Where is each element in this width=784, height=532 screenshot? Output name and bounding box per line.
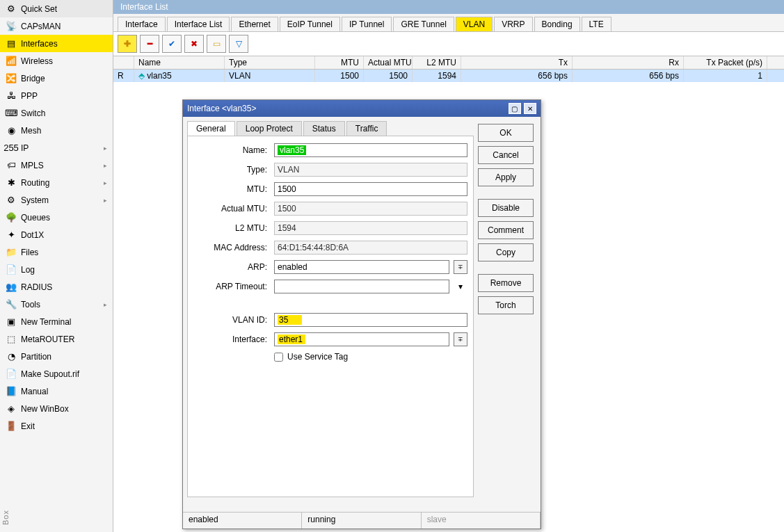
copy-button[interactable]: Copy — [478, 243, 534, 261]
sidebar-item-capsman[interactable]: 📡 CAPsMAN — [0, 17, 113, 35]
col-l2-mtu[interactable]: L2 MTU — [413, 56, 461, 69]
service-tag-checkbox[interactable] — [274, 353, 283, 362]
sidebar-item-partition[interactable]: ◔ Partition — [0, 348, 113, 365]
vlan-icon: ⬘ — [138, 71, 145, 81]
sidebar-icon: 🏷 — [6, 160, 17, 171]
tab-ethernet[interactable]: Ethernet — [231, 17, 278, 31]
table-row[interactable]: R ⬘ vlan35 VLAN 1500 1500 1594 656 bps 6… — [113, 70, 784, 82]
sidebar-item-tools[interactable]: 🔧 Tools ▸ — [0, 296, 113, 313]
status-running: running — [302, 513, 421, 529]
sidebar-icon: ⌨ — [6, 108, 17, 119]
col-name[interactable]: Name — [134, 56, 225, 69]
apply-button[interactable]: Apply — [478, 168, 534, 186]
sidebar-item-wireless[interactable]: 📶 Wireless — [0, 52, 113, 70]
torch-button[interactable]: Torch — [478, 296, 534, 314]
col-type[interactable]: Type — [225, 56, 315, 69]
name-input[interactable]: vlan35 — [274, 143, 467, 157]
dialog-form: Name: vlan35 Type: VLAN MTU: 1500 Actual… — [187, 136, 474, 497]
chevron-right-icon: ▸ — [104, 162, 107, 169]
sidebar-icon: ⚙ — [6, 195, 17, 206]
sidebar-item-make-supout-rif[interactable]: 📄 Make Supout.rif — [0, 365, 113, 382]
sidebar-item-label: Bridge — [21, 74, 103, 83]
tab-bonding[interactable]: Bonding — [534, 17, 580, 31]
sidebar-item-bridge[interactable]: 🔀 Bridge — [0, 70, 113, 87]
tab-interface[interactable]: Interface — [118, 17, 166, 31]
chevron-right-icon: ▸ — [104, 301, 107, 308]
dialog-tab-loop-protect[interactable]: Loop Protect — [237, 121, 302, 136]
cell-amtu: 1500 — [364, 70, 413, 82]
vlanid-input[interactable]: 35 — [274, 313, 467, 327]
col-rx[interactable]: Rx — [573, 56, 684, 69]
tab-interface-list[interactable]: Interface List — [167, 17, 230, 31]
sidebar-item-new-terminal[interactable]: ▣ New Terminal — [0, 313, 113, 330]
sidebar-item-exit[interactable]: 🚪 Exit — [0, 417, 113, 435]
arp-select[interactable]: enabled — [274, 260, 449, 274]
remove-button[interactable]: ━ — [140, 35, 159, 53]
sidebar-item-label: MetaROUTER — [21, 334, 103, 344]
tab-lte[interactable]: LTE — [582, 17, 611, 31]
cancel-button[interactable]: Cancel — [478, 146, 534, 164]
comment-button[interactable]: Comment — [478, 221, 534, 239]
tab-eoip-tunnel[interactable]: EoIP Tunnel — [280, 17, 340, 31]
interface-dropdown-icon[interactable]: ∓ — [454, 332, 467, 346]
arp-timeout-input[interactable] — [274, 280, 449, 293]
remove-button[interactable]: Remove — [478, 274, 534, 292]
arp-timeout-expand-icon[interactable]: ▾ — [454, 282, 467, 291]
sidebar-item-log[interactable]: 📄 Log — [0, 261, 113, 278]
sidebar-item-routing[interactable]: ✱ Routing ▸ — [0, 174, 113, 191]
sidebar-item-quick-set[interactable]: ⚙ Quick Set — [0, 0, 113, 17]
tab-gre-tunnel[interactable]: GRE Tunnel — [393, 17, 454, 31]
sidebar-item-system[interactable]: ⚙ System ▸ — [0, 191, 113, 209]
interface-select[interactable]: ether1 — [274, 332, 449, 346]
tab-vlan[interactable]: VLAN — [456, 17, 493, 31]
sidebar-item-new-winbox[interactable]: ◈ New WinBox — [0, 400, 113, 417]
add-button[interactable]: ✚ — [118, 35, 137, 53]
sidebar-item-label: IP — [21, 143, 99, 153]
sidebar-item-dot1x[interactable]: ✦ Dot1X — [0, 226, 113, 243]
sidebar-icon: 📄 — [6, 264, 17, 275]
sidebar-item-queues[interactable]: 🌳 Queues — [0, 209, 113, 226]
sidebar-icon: 🔧 — [6, 299, 17, 310]
sidebar-icon: 📘 — [6, 386, 17, 397]
disable-button[interactable]: ✖ — [184, 35, 204, 53]
window-title: Interface List — [113, 0, 784, 14]
sidebar-item-label: Switch — [21, 108, 103, 118]
col-mtu[interactable]: MTU — [315, 56, 364, 69]
sidebar-item-mesh[interactable]: ◉ Mesh — [0, 122, 113, 139]
status-enabled: enabled — [183, 513, 302, 529]
close-icon[interactable]: ✕ — [524, 103, 536, 114]
dialog-tab-traffic[interactable]: Traffic — [346, 121, 387, 136]
col-flag[interactable] — [113, 56, 134, 69]
col-tx-packet[interactable]: Tx Packet (p/s) — [684, 56, 767, 69]
sidebar-item-label: Wireless — [21, 56, 103, 66]
sidebar-item-label: Make Supout.rif — [21, 369, 103, 379]
comment-button[interactable]: ▭ — [207, 35, 226, 53]
sidebar-icon: 👥 — [6, 282, 17, 293]
arp-dropdown-icon[interactable]: ∓ — [454, 260, 467, 274]
dialog-tab-general[interactable]: General — [187, 121, 235, 136]
dialog-tab-status[interactable]: Status — [303, 121, 345, 136]
sidebar-item-interfaces[interactable]: ▤ Interfaces — [0, 35, 113, 52]
col-tx[interactable]: Tx — [461, 56, 573, 69]
sidebar-item-files[interactable]: 📁 Files — [0, 243, 113, 261]
cell-txp: 1 — [684, 70, 767, 82]
ok-button[interactable]: OK — [478, 124, 534, 142]
disable-button[interactable]: Disable — [478, 199, 534, 217]
sidebar-item-switch[interactable]: ⌨ Switch — [0, 104, 113, 122]
filter-button[interactable]: ▽ — [229, 35, 248, 53]
mtu-input[interactable]: 1500 — [274, 182, 467, 196]
maximize-icon[interactable]: ▢ — [509, 103, 521, 114]
sidebar-item-radius[interactable]: 👥 RADIUS — [0, 278, 113, 296]
sidebar-item-ip[interactable]: 255 IP ▸ — [0, 139, 113, 156]
sidebar-item-manual[interactable]: 📘 Manual — [0, 382, 113, 400]
enable-button[interactable]: ✔ — [162, 35, 182, 53]
tab-ip-tunnel[interactable]: IP Tunnel — [342, 17, 392, 31]
sidebar-icon: ◔ — [6, 351, 17, 362]
col-actual-mtu[interactable]: Actual MTU — [364, 56, 413, 69]
dialog-titlebar[interactable]: Interface <vlan35> ▢ ✕ — [183, 100, 541, 117]
sidebar-item-metarouter[interactable]: ⬚ MetaROUTER — [0, 330, 113, 348]
amtu-value: 1500 — [274, 202, 467, 216]
sidebar-item-mpls[interactable]: 🏷 MPLS ▸ — [0, 156, 113, 174]
sidebar-item-ppp[interactable]: 🖧 PPP — [0, 87, 113, 104]
tab-vrrp[interactable]: VRRP — [494, 17, 532, 31]
